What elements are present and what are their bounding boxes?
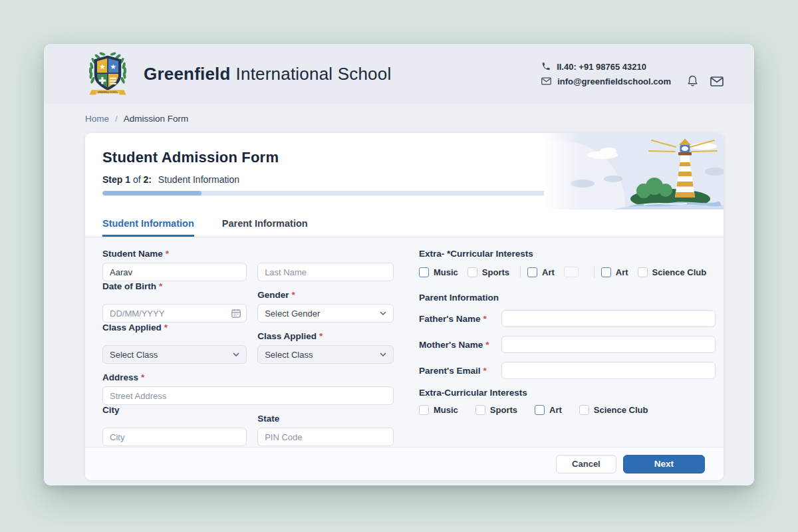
parent-information-heading: Parent Information — [419, 293, 716, 303]
chevron-down-icon — [380, 311, 386, 315]
gender-select-value: Select Gender — [265, 309, 320, 319]
vertical-divider — [520, 266, 521, 278]
phone-number: II.40: +91 98765 43210 — [557, 62, 646, 72]
school-name-bold: Greenfield — [144, 64, 231, 84]
notifications-button[interactable] — [687, 75, 698, 87]
class-applied-select-2[interactable]: Select Class — [257, 345, 394, 364]
checkbox-box[interactable] — [638, 267, 648, 277]
checkbox-art-2[interactable]: Art — [601, 267, 628, 277]
required-asterisk: * — [291, 290, 295, 300]
student-info-column: Student Name* Date of Birth* Gender* — [102, 249, 394, 447]
extra-curricular-heading-top: Extra- *Curricular Interests — [419, 249, 716, 259]
checkbox-art-3[interactable]: Art — [535, 405, 562, 415]
chevron-down-icon — [233, 352, 239, 356]
step-total: 2: — [143, 174, 151, 185]
extra-curricular-heading-bottom: Extra-Curricular Interests — [419, 388, 716, 398]
mother-name-input[interactable] — [501, 336, 716, 353]
class-select-value: Select Class — [265, 350, 313, 360]
step-number: Step 1 — [102, 174, 130, 185]
cancel-button[interactable]: Cancel — [556, 455, 616, 473]
lighthouse-illustration — [544, 133, 724, 209]
email-row: info@greenfieldschool.com — [541, 76, 671, 86]
state-label: State — [257, 414, 394, 424]
calendar-icon[interactable] — [231, 309, 241, 318]
class-applied-select-1[interactable]: Select Class — [102, 345, 247, 364]
svg-text:GREENFIELD SCHOOL: GREENFIELD SCHOOL — [98, 91, 118, 94]
class-select-value: Select Class — [110, 350, 158, 360]
checkbox-box[interactable] — [419, 267, 429, 277]
last-name-input[interactable] — [257, 263, 394, 281]
city-input[interactable] — [102, 428, 247, 446]
first-name-input[interactable] — [102, 263, 247, 281]
required-asterisk: * — [485, 340, 489, 350]
checkbox-box[interactable] — [564, 267, 579, 277]
checkbox-box[interactable] — [601, 267, 611, 277]
required-asterisk: * — [141, 372, 144, 382]
checkbox-science-club[interactable]: Science Club — [638, 267, 707, 277]
bell-icon — [687, 75, 698, 87]
mother-name-row: Mother's Name* — [419, 336, 716, 353]
checkbox-music-2[interactable]: Music — [419, 405, 458, 415]
required-asterisk: * — [483, 314, 487, 324]
breadcrumb-current: Admission Form — [124, 114, 189, 124]
required-asterisk: * — [159, 281, 162, 291]
street-address-input[interactable] — [102, 386, 394, 405]
next-button[interactable]: Next — [623, 455, 705, 473]
gender-label: Gender* — [257, 290, 394, 300]
checkbox-box[interactable] — [475, 405, 485, 415]
checkbox-sports-2[interactable]: Sports — [475, 405, 517, 415]
checkbox-box[interactable] — [579, 405, 589, 415]
school-name-rest: International School — [236, 64, 392, 84]
phone-row: II.40: +91 98765 43210 — [541, 62, 646, 72]
father-name-row: Father's Name* — [419, 310, 716, 327]
envelope-icon — [710, 76, 724, 86]
father-name-input[interactable] — [501, 310, 716, 327]
checkbox-music[interactable]: Music — [419, 267, 458, 277]
checkbox-box[interactable] — [419, 405, 429, 415]
checkbox-art-1[interactable]: Art — [527, 267, 555, 277]
form-hero: Student Admission Form Step 1 of 2: Stud… — [85, 133, 724, 209]
form-footer: Cancel Next — [85, 447, 724, 480]
admission-app-window: ★ ★ GREENFIELD SCHOOL GreenfieldInternat… — [44, 44, 754, 485]
step-section-name: Student Information — [158, 174, 239, 185]
app-header: ★ ★ GREENFIELD SCHOOL GreenfieldInternat… — [44, 44, 754, 104]
tab-parent-information[interactable]: Parent Information — [222, 218, 308, 237]
svg-text:★: ★ — [99, 63, 105, 70]
checkbox-unlabeled[interactable] — [564, 267, 583, 277]
parent-email-row: Parent's Email* — [419, 362, 716, 379]
checkbox-box[interactable] — [527, 267, 537, 277]
checkbox-sports[interactable]: Sports — [467, 267, 509, 277]
student-name-label: Student Name* — [102, 249, 394, 259]
gender-select[interactable]: Select Gender — [257, 304, 394, 323]
mother-name-label: Mother's Name* — [419, 340, 501, 350]
school-name: GreenfieldInternational School — [144, 64, 391, 84]
parent-info-column: Extra- *Curricular Interests Music Sport… — [419, 249, 716, 447]
form-body: Student Name* Date of Birth* Gender* — [85, 237, 724, 447]
progress-bar-fill — [102, 191, 201, 196]
required-asterisk: * — [164, 323, 168, 332]
phone-icon — [541, 62, 551, 71]
checkbox-box[interactable] — [535, 405, 545, 415]
vertical-divider — [594, 266, 595, 278]
dob-input[interactable] — [102, 304, 247, 323]
chevron-down-icon — [380, 352, 386, 356]
checkbox-box[interactable] — [467, 267, 477, 277]
checkbox-science-club-2[interactable]: Science Club — [579, 405, 648, 415]
father-name-label: Father's Name* — [419, 314, 501, 324]
breadcrumb-home-link[interactable]: Home — [85, 114, 109, 124]
class-applied-label-2: Class Applied* — [257, 331, 394, 341]
city-label: City — [102, 405, 247, 424]
messages-button[interactable] — [710, 76, 724, 86]
svg-text:★: ★ — [110, 63, 116, 70]
parent-email-input[interactable] — [501, 362, 716, 379]
required-asterisk: * — [166, 249, 169, 259]
tab-student-information[interactable]: Student Information — [102, 218, 194, 237]
pin-code-input[interactable] — [257, 428, 394, 446]
admission-form-card: Student Admission Form Step 1 of 2: Stud… — [85, 133, 724, 480]
email-address: info@greenfieldschool.com — [557, 76, 671, 86]
contact-block: II.40: +91 98765 43210 info@greenfieldsc… — [541, 62, 671, 86]
breadcrumb: Home / Admission Form — [44, 104, 754, 133]
required-asterisk: * — [319, 331, 323, 341]
address-label: Address* — [102, 372, 394, 382]
required-asterisk: * — [483, 366, 487, 376]
